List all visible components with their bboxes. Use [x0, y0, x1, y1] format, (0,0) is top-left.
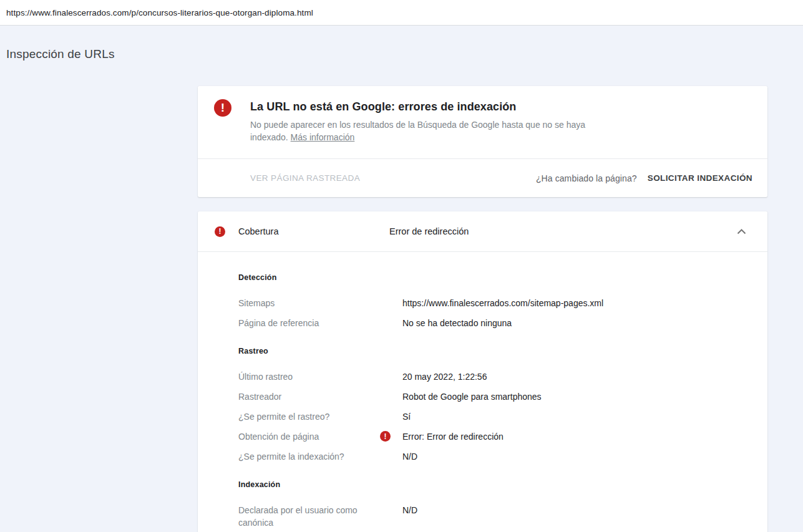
row-value: N/D — [402, 450, 417, 463]
row-label: Página de referencia — [238, 317, 402, 329]
row-label: Rastreador — [238, 390, 402, 403]
row-value: No se ha detectado ninguna — [402, 317, 512, 329]
row-label: Declarada por el usuario como canónica — [238, 504, 402, 529]
section-indexacion: Indexación Declarada por el usuario como… — [238, 480, 752, 529]
detail-row-user-canonical: Declarada por el usuario como canónica N… — [238, 504, 752, 529]
coverage-header[interactable]: Cobertura Error de redirección — [198, 211, 767, 252]
detail-row-crawler: Rastreador Robot de Google para smartpho… — [238, 390, 752, 403]
coverage-body: Detección Sitemaps https://www.finalesce… — [198, 252, 767, 532]
detail-row-referring-page: Página de referencia No se ha detectado … — [238, 317, 752, 329]
section-heading: Rastreo — [238, 346, 752, 356]
row-value: N/D — [402, 504, 417, 529]
inspected-url-input[interactable]: https://www.finalescerrados.com/p/concur… — [6, 8, 313, 17]
status-card-main: La URL no está en Google: errores de ind… — [198, 86, 767, 158]
row-label: Sitemaps — [238, 297, 402, 309]
coverage-title: Cobertura — [238, 226, 389, 236]
section-rastreo: Rastreo Último rastreo 20 may 2022, 1:22… — [238, 346, 752, 463]
row-value: https://www.finalescerrados.com/sitemap-… — [402, 297, 603, 309]
row-value: 20 may 2022, 1:22:56 — [402, 370, 487, 383]
page-changed-question: ¿Ha cambiado la página? — [536, 173, 637, 183]
view-crawled-page-button[interactable]: VER PÁGINA RASTREADA — [250, 168, 360, 188]
row-label: Obtención de página — [238, 430, 402, 443]
footer-right-group: ¿Ha cambiado la página? SOLICITAR INDEXA… — [536, 168, 752, 188]
error-exclamation-icon — [214, 99, 231, 117]
learn-more-link[interactable]: Más información — [291, 132, 355, 142]
row-label: ¿Se permite la indexación? — [238, 450, 402, 463]
url-inspection-bar[interactable]: https://www.finalescerrados.com/p/concur… — [0, 0, 803, 26]
index-status-card: La URL no está en Google: errores de ind… — [198, 86, 767, 197]
row-value: Sí — [402, 410, 411, 423]
coverage-status: Error de redirección — [389, 226, 469, 236]
detail-row-sitemaps: Sitemaps https://www.finalescerrados.com… — [238, 297, 752, 309]
row-label: ¿Se permite el rastreo? — [238, 410, 402, 423]
detail-row-last-crawl: Último rastreo 20 may 2022, 1:22:56 — [238, 370, 752, 383]
section-heading: Detección — [238, 273, 752, 283]
status-description: No puede aparecer en los resultados de l… — [250, 118, 606, 143]
coverage-card: Cobertura Error de redirección Detección… — [198, 211, 767, 532]
detail-row-indexing-allowed: ¿Se permite la indexación? N/D — [238, 450, 752, 463]
section-deteccion: Detección Sitemaps https://www.finalesce… — [238, 273, 752, 329]
row-value-text: Error: Error de redirección — [402, 432, 504, 442]
section-heading: Indexación — [238, 480, 752, 490]
detail-row-page-fetch: Obtención de página Error: Error de redi… — [238, 430, 752, 443]
page-title: Inspección de URLs — [6, 47, 803, 61]
coverage-error-icon — [215, 226, 225, 237]
row-value: Error: Error de redirección — [402, 430, 504, 443]
status-text-block: La URL no está en Google: errores de ind… — [250, 99, 606, 143]
status-title: La URL no está en Google: errores de ind… — [250, 99, 606, 115]
detail-row-crawl-allowed: ¿Se permite el rastreo? Sí — [238, 410, 752, 423]
fetch-error-icon — [380, 431, 391, 442]
request-indexing-button[interactable]: SOLICITAR INDEXACIÓN — [648, 168, 752, 188]
status-card-footer: VER PÁGINA RASTREADA ¿Ha cambiado la pág… — [198, 158, 767, 197]
row-label: Último rastreo — [238, 370, 402, 383]
row-value: Robot de Google para smartphones — [402, 390, 542, 403]
chevron-up-icon[interactable] — [737, 229, 746, 235]
